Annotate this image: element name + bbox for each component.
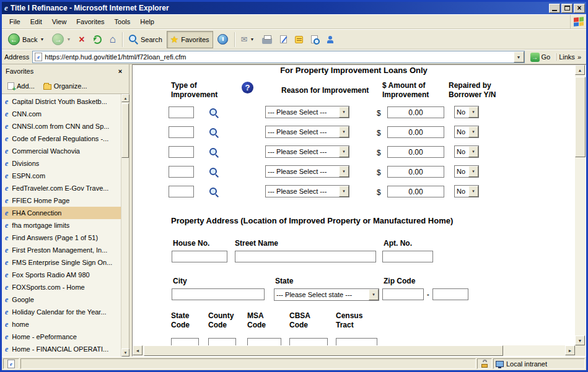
mail-dropdown-icon[interactable]: ▼ [250, 37, 254, 41]
links-chevron-icon[interactable]: » [577, 53, 581, 61]
messenger-button[interactable] [322, 31, 338, 48]
state-code-input[interactable] [171, 338, 199, 345]
lookup-magnifier-icon[interactable] [209, 108, 219, 118]
search-button[interactable]: Search [125, 31, 166, 48]
scroll-up-button[interactable]: ▲ [575, 65, 585, 75]
repaired-by-borrower-select[interactable]: No▼ [454, 145, 479, 158]
favorite-item[interactable]: eGoogle [2, 293, 121, 306]
house-no-input[interactable] [172, 251, 227, 262]
favorite-item[interactable]: eFirst Preston Management, In... [2, 244, 121, 256]
home-button[interactable]: ⌂ [106, 31, 120, 48]
mail-button[interactable]: ✉ ▼ [237, 31, 258, 48]
amount-of-improvement-input[interactable] [387, 126, 444, 138]
apt-no-input[interactable] [382, 251, 433, 262]
repaired-by-borrower-select[interactable]: No▼ [454, 126, 479, 138]
type-of-improvement-input[interactable] [169, 166, 194, 178]
favorite-item[interactable]: eHoliday Calendar for the Year... [2, 306, 121, 318]
favorite-item[interactable]: eFox Sports Radio AM 980 [2, 269, 121, 281]
amount-of-improvement-input[interactable] [387, 146, 444, 158]
favorite-item[interactable]: eCommercial Wachovia [2, 145, 121, 157]
print-button[interactable] [258, 31, 276, 48]
maximize-button[interactable] [561, 4, 573, 13]
help-icon[interactable]: ? [242, 82, 253, 93]
horizontal-scrollbar[interactable]: ◄ ► [133, 345, 575, 356]
address-dropdown-icon[interactable]: ▼ [514, 51, 524, 63]
edit-button[interactable] [276, 31, 291, 48]
menu-favorites[interactable]: Favorites [71, 15, 109, 28]
menu-file[interactable]: File [4, 15, 25, 28]
type-of-improvement-input[interactable] [169, 106, 194, 118]
favorite-item[interactable]: eCNN.com [2, 108, 121, 120]
street-name-input[interactable] [235, 251, 376, 262]
lookup-magnifier-icon[interactable] [209, 168, 219, 177]
scrollbar-track[interactable] [121, 102, 129, 348]
lookup-magnifier-icon[interactable] [209, 128, 219, 137]
repaired-by-borrower-select[interactable]: No▼ [454, 165, 479, 178]
back-dropdown-icon[interactable]: ▼ [40, 37, 44, 41]
favorite-item[interactable]: ehome [2, 318, 121, 331]
reason-for-improvement-select[interactable]: --- Please Select ---▼ [265, 185, 349, 197]
favorite-item[interactable]: eFHA Connection [2, 207, 121, 219]
repaired-by-borrower-select[interactable]: No▼ [454, 106, 479, 118]
add-favorite-button[interactable]: Add... [7, 82, 35, 90]
county-code-input[interactable] [208, 338, 236, 345]
favorite-item[interactable]: eFedTraveler.com E-Gov Trave... [2, 182, 121, 194]
refresh-button[interactable] [89, 31, 105, 48]
menu-help[interactable]: Help [135, 15, 159, 28]
favorite-item[interactable]: eFFIEC Home Page [2, 194, 121, 207]
amount-of-improvement-input[interactable] [387, 106, 444, 118]
lookup-magnifier-icon[interactable] [209, 148, 219, 157]
msa-code-input[interactable] [247, 338, 281, 345]
lookup-magnifier-icon[interactable] [209, 188, 219, 197]
favorite-item[interactable]: eCode of Federal Regulations -... [2, 132, 121, 145]
favorite-item[interactable]: eFOXSports.com - Home [2, 281, 121, 293]
favorite-item[interactable]: eHome - ePeformance [2, 331, 121, 343]
reason-for-improvement-select[interactable]: --- Please Select ---▼ [265, 106, 349, 118]
minimize-button[interactable] [549, 4, 560, 13]
scrollbar-thumb[interactable] [121, 103, 129, 158]
type-of-improvement-input[interactable] [169, 126, 194, 138]
close-button[interactable]: × [574, 4, 585, 13]
scroll-up-button[interactable]: ▲ [121, 94, 129, 102]
back-button[interactable]: ← Back ▼ [4, 31, 48, 48]
scrollbar-thumb[interactable] [575, 77, 586, 157]
stop-button[interactable]: × [75, 31, 88, 48]
scroll-down-button[interactable]: ▼ [575, 335, 585, 345]
reason-for-improvement-select[interactable]: --- Please Select ---▼ [265, 126, 349, 138]
repaired-by-borrower-select[interactable]: No▼ [454, 185, 479, 197]
favorites-scrollbar[interactable]: ▲ ▼ [121, 94, 129, 357]
city-input[interactable] [172, 288, 265, 300]
state-select[interactable]: --- Please Select state --- ▼ [274, 288, 379, 301]
organize-favorites-button[interactable]: Organize... [43, 82, 87, 90]
menu-tools[interactable]: Tools [110, 15, 136, 28]
amount-of-improvement-input[interactable] [387, 186, 444, 197]
favorite-item[interactable]: eHome - FINANCIAL OPERATI... [2, 343, 121, 355]
favorite-item[interactable]: eDivisions [2, 157, 121, 170]
discuss-button[interactable] [291, 31, 307, 48]
favorites-close-icon[interactable]: × [115, 67, 125, 76]
go-button[interactable]: → Go [528, 52, 553, 63]
favorites-button[interactable]: ★ Favorites [167, 31, 213, 48]
zip-plus4-input[interactable] [432, 288, 468, 300]
vertical-scrollbar[interactable]: ▲ ▼ [575, 65, 586, 345]
scroll-right-button[interactable]: ► [565, 345, 575, 355]
census-tract-input[interactable] [336, 338, 377, 345]
menu-edit[interactable]: Edit [25, 15, 47, 28]
scrollbar-track[interactable] [143, 345, 565, 356]
favorite-item[interactable]: efha mortgage limits [2, 219, 121, 231]
reason-for-improvement-select[interactable]: --- Please Select ---▼ [265, 165, 349, 178]
scrollbar-track[interactable] [575, 75, 586, 335]
menu-view[interactable]: View [47, 15, 72, 28]
favorite-item[interactable]: eFind Answers (Page 1 of 51) [2, 231, 121, 244]
links-toolbar[interactable]: Links » [556, 53, 584, 61]
type-of-improvement-input[interactable] [169, 146, 194, 158]
reason-for-improvement-select[interactable]: --- Please Select ---▼ [265, 145, 349, 158]
scrollbar-thumb[interactable] [144, 345, 503, 356]
scroll-left-button[interactable]: ◄ [133, 345, 143, 355]
research-button[interactable] [307, 31, 322, 48]
type-of-improvement-input[interactable] [169, 186, 194, 197]
history-button[interactable] [214, 31, 232, 48]
favorite-item[interactable]: eCapital District Youth Basketb... [2, 95, 121, 108]
amount-of-improvement-input[interactable] [387, 166, 444, 178]
favorite-item[interactable]: eFMS Enterprise Single Sign On... [2, 256, 121, 269]
